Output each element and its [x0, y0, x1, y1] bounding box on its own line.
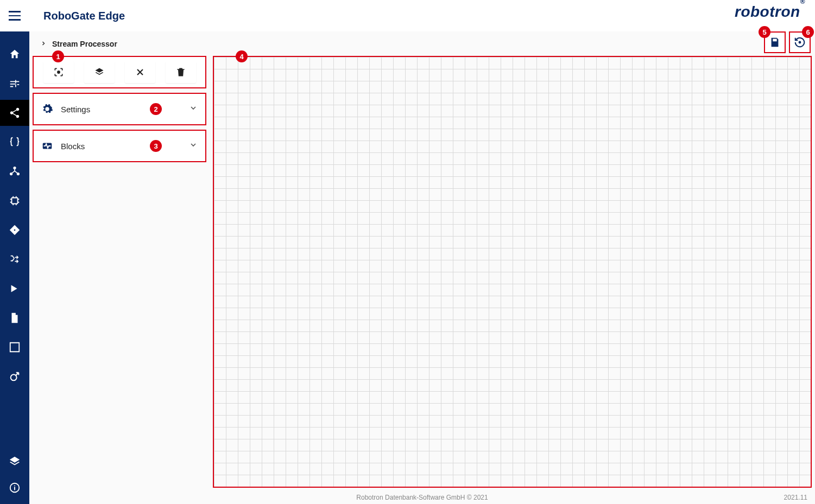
save-icon — [769, 36, 781, 48]
nav-shuffle[interactable] — [0, 246, 29, 272]
nav-network[interactable] — [0, 158, 29, 184]
breadcrumb-row: Stream Processor 5 6 — [29, 31, 815, 56]
annotation-badge-3: 3 — [150, 140, 162, 152]
blocks-panel: Blocks 3 — [33, 130, 206, 162]
footer-version: 2021.11 — [784, 494, 807, 501]
annotation-badge-2: 2 — [150, 103, 162, 115]
restore-button[interactable]: 6 — [789, 31, 811, 53]
tune-icon — [9, 78, 21, 90]
svg-point-0 — [14, 167, 16, 169]
menu-toggle-button[interactable] — [9, 9, 22, 22]
app-title: RoboGate Edge — [43, 10, 125, 22]
annotation-badge-5: 5 — [759, 26, 770, 38]
close-icon — [135, 67, 146, 78]
share-icon — [9, 107, 21, 119]
nav-home[interactable] — [0, 41, 29, 67]
tag-icon — [9, 224, 21, 236]
brand-text: robotron — [735, 3, 800, 20]
info-icon — [9, 482, 21, 494]
settings-label: Settings — [61, 105, 142, 114]
nav-share[interactable] — [0, 100, 29, 126]
blocks-row[interactable]: Blocks 3 — [34, 131, 205, 161]
file-icon — [9, 312, 21, 324]
layers-icon — [9, 456, 21, 468]
nav-braces[interactable] — [0, 129, 29, 155]
settings-row[interactable]: Settings 2 — [34, 94, 205, 124]
breadcrumb-label[interactable]: Stream Processor — [52, 40, 117, 48]
trash-icon — [175, 67, 186, 78]
delete-button[interactable] — [166, 61, 196, 83]
chevron-down-icon — [189, 104, 198, 114]
nav-chip[interactable] — [0, 188, 29, 214]
nav-file[interactable] — [0, 305, 29, 331]
svg-point-8 — [57, 71, 59, 73]
save-button[interactable]: 5 — [764, 31, 786, 53]
nav-info[interactable] — [0, 475, 29, 501]
greater-icon — [9, 283, 21, 295]
blocks-label: Blocks — [61, 142, 142, 151]
chevron-down-icon — [189, 141, 198, 151]
center-focus-icon — [53, 67, 64, 78]
network-icon — [9, 165, 21, 177]
editor-row: 1 — [29, 56, 815, 491]
nav-terminal[interactable] — [0, 276, 29, 302]
stripes-icon — [9, 341, 21, 353]
svg-point-7 — [799, 42, 801, 43]
canvas-toolbar-panel: 1 — [33, 56, 206, 88]
nav-stripes[interactable] — [0, 334, 29, 360]
breadcrumb-chevron-icon — [40, 39, 47, 49]
sidebar-nav — [0, 31, 29, 504]
waveform-icon — [41, 140, 53, 152]
shuffle-icon — [9, 253, 21, 265]
home-icon — [9, 48, 21, 60]
annotation-badge-6: 6 — [802, 26, 814, 38]
braces-icon — [9, 136, 21, 148]
topbar: RoboGate Edge robotron® — [0, 0, 815, 31]
annotation-badge-4: 4 — [236, 50, 248, 62]
svg-rect-3 — [12, 198, 18, 204]
svg-point-4 — [14, 229, 16, 231]
footer: Robotron Datenbank-Software GmbH © 2021 … — [29, 491, 815, 504]
gear-icon — [41, 103, 53, 115]
nav-tag[interactable] — [0, 217, 29, 243]
chip-icon — [9, 195, 21, 207]
nav-gender[interactable] — [0, 363, 29, 390]
center-view-button[interactable] — [43, 61, 74, 83]
footer-copyright: Robotron Datenbank-Software GmbH © 2021 — [356, 494, 488, 501]
settings-panel: Settings 2 — [33, 93, 206, 125]
content-area: Stream Processor 5 6 1 — [29, 31, 815, 504]
editor-canvas[interactable]: 4 — [213, 56, 812, 488]
male-icon — [9, 371, 21, 382]
layers-icon — [94, 67, 105, 78]
brand-logo: robotron® — [735, 3, 805, 21]
annotation-badge-1: 1 — [52, 50, 64, 62]
restore-icon — [794, 36, 806, 48]
panel-column: 1 — [33, 56, 206, 491]
nav-tune[interactable] — [0, 71, 29, 97]
layers-button[interactable] — [84, 61, 115, 83]
main-layout: Stream Processor 5 6 1 — [0, 31, 815, 504]
clear-button[interactable] — [125, 61, 155, 83]
nav-layers[interactable] — [0, 449, 29, 475]
